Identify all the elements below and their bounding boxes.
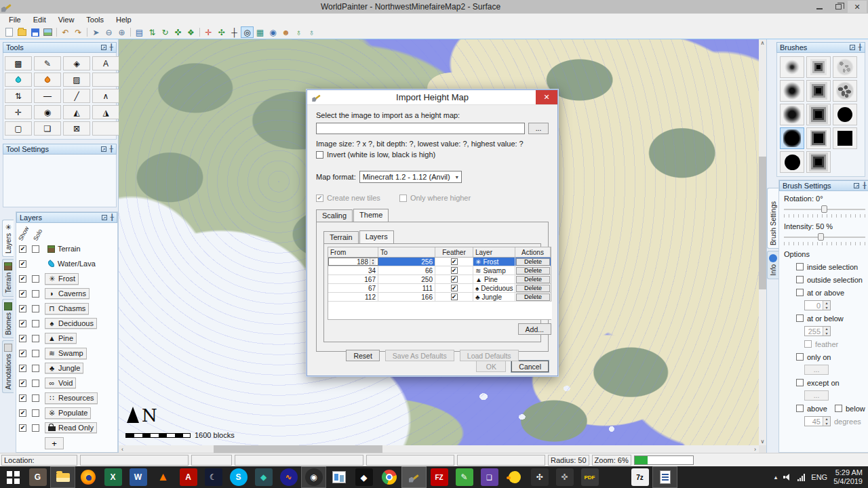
toolbar-spawn-icon[interactable]: ✛ xyxy=(202,26,215,38)
toolbar-undo-icon[interactable]: ↶ xyxy=(59,26,72,38)
at-or-above-checkbox[interactable] xyxy=(796,289,804,296)
volume-icon[interactable] xyxy=(783,473,791,481)
show-checkbox[interactable] xyxy=(19,275,26,283)
hscroll-thumb[interactable] xyxy=(214,445,382,453)
layer-button[interactable]: Terrain xyxy=(45,244,83,253)
toolbar-player-icon[interactable]: ☻ xyxy=(279,26,292,38)
pin-panel-icon[interactable]: ╂ xyxy=(110,146,113,152)
only-on-checkbox[interactable] xyxy=(796,353,804,361)
brush-soft-square-large[interactable] xyxy=(806,104,831,125)
taskbar-vlc[interactable]: ▲ xyxy=(151,466,176,488)
solo-checkbox[interactable] xyxy=(32,290,39,298)
height-map-file-input[interactable] xyxy=(316,123,525,134)
taskbar-gimp[interactable]: G xyxy=(25,466,50,488)
float-panel-icon[interactable]: ↗ xyxy=(850,45,855,50)
load-defaults-button[interactable]: Load Defaults xyxy=(460,350,519,361)
show-checkbox[interactable] xyxy=(19,380,26,387)
at-or-below-checkbox[interactable] xyxy=(796,314,804,322)
delete-button[interactable]: Delete xyxy=(516,258,550,266)
layer-button[interactable]: Water/Lava xyxy=(45,259,98,268)
taskbar-excel[interactable]: X xyxy=(100,466,125,488)
tool-water[interactable] xyxy=(5,73,32,87)
scroll-left-icon[interactable]: ‹ xyxy=(119,446,126,453)
brush-soft-circle-small[interactable] xyxy=(780,56,804,78)
layer-button[interactable]: ∞ Void xyxy=(45,378,76,388)
scroll-right-icon[interactable]: › xyxy=(751,446,759,453)
taskbar-word[interactable]: W xyxy=(125,466,151,488)
delete-button[interactable]: Delete xyxy=(516,285,550,292)
dialog-close-button[interactable]: ✕ xyxy=(536,90,557,104)
brush-solid-circle[interactable] xyxy=(833,104,857,125)
float-panel-icon[interactable]: ↗ xyxy=(102,215,107,220)
feather-checkbox[interactable] xyxy=(451,258,458,265)
rotation-slider[interactable] xyxy=(784,205,865,214)
sep[interactable] xyxy=(130,28,131,37)
brush-hard-square[interactable] xyxy=(806,127,831,149)
taskbar-start[interactable] xyxy=(0,466,25,488)
brush-noise-dark[interactable] xyxy=(833,80,857,102)
tool-mountain[interactable]: ∧ xyxy=(92,89,119,103)
to-cell[interactable]: 111 xyxy=(378,284,435,292)
feather-checkbox[interactable] xyxy=(804,340,812,348)
tool-pencil[interactable]: ✎ xyxy=(34,56,61,70)
at-or-above-spinner[interactable]: 0▴▾ xyxy=(804,300,831,310)
feather-cell[interactable] xyxy=(435,284,473,292)
tool-globe[interactable]: ◉ xyxy=(34,105,61,119)
show-checkbox[interactable] xyxy=(19,365,26,372)
show-checkbox[interactable] xyxy=(19,260,26,268)
menu-tools[interactable]: Tools xyxy=(80,14,110,25)
layer-cell[interactable]: ♣Jungle xyxy=(473,293,515,301)
taskbar-obs[interactable]: ◉ xyxy=(301,466,326,488)
toolbar-redo-icon[interactable]: ↷ xyxy=(72,26,85,38)
layer-cell[interactable]: ≋Swamp xyxy=(473,266,515,274)
show-checkbox[interactable] xyxy=(19,320,26,327)
to-cell[interactable]: 66 xyxy=(378,266,435,274)
taskbar-twitch[interactable]: ❑ xyxy=(477,466,502,488)
from-cell[interactable]: 188▴▾ xyxy=(328,258,378,266)
feather-checkbox[interactable] xyxy=(451,267,458,274)
tool-spray[interactable]: ▨ xyxy=(63,73,90,87)
toolbar-cursor-icon[interactable]: ➤ xyxy=(90,26,102,38)
tool-lava[interactable] xyxy=(34,73,61,87)
from-cell[interactable]: 34▴▾ xyxy=(328,266,378,274)
feather-cell[interactable] xyxy=(435,275,473,283)
scroll-up-icon[interactable]: ∧ xyxy=(761,39,765,47)
tab-layers[interactable]: Layers xyxy=(359,230,394,243)
language-indicator[interactable]: ENG xyxy=(811,473,827,481)
brush-hard-circle[interactable] xyxy=(780,127,804,149)
solo-checkbox[interactable] xyxy=(32,350,39,357)
close-button[interactable]: ✕ xyxy=(848,1,867,13)
toolbar-export-image-icon[interactable] xyxy=(41,26,54,38)
show-checkbox[interactable] xyxy=(19,335,26,342)
tool-lower-pyramid[interactable]: ◮ xyxy=(92,105,119,119)
taskbar-cyberduck[interactable] xyxy=(502,466,527,488)
degrees-spinner[interactable]: 45▴▾ xyxy=(804,416,831,426)
sep[interactable] xyxy=(56,28,57,37)
taskbar-unity[interactable]: ◆ xyxy=(351,466,376,488)
taskbar-skype[interactable]: S xyxy=(226,466,251,488)
delete-button[interactable]: Delete xyxy=(516,293,550,301)
inside-selection-checkbox[interactable] xyxy=(796,263,804,270)
delete-button[interactable]: Delete xyxy=(516,267,550,274)
layer-cell[interactable]: ✳Frost xyxy=(473,258,515,266)
float-panel-icon[interactable]: ↗ xyxy=(101,45,106,50)
tool-flood[interactable]: ◈ xyxy=(63,56,90,70)
tool-smooth[interactable]: ╱ xyxy=(63,89,90,103)
feather-cell[interactable] xyxy=(435,293,473,301)
tool-copy[interactable]: ❏ xyxy=(34,121,61,136)
cancel-button[interactable]: Cancel xyxy=(511,361,549,372)
taskbar-file-explorer[interactable] xyxy=(50,466,75,488)
brush-solid-square[interactable] xyxy=(833,127,857,149)
from-cell[interactable]: 167▴▾ xyxy=(328,275,378,283)
sep[interactable] xyxy=(87,28,87,37)
layer-button[interactable]: ✳ Frost xyxy=(45,273,79,285)
layer-button[interactable]: ≋ Swamp xyxy=(45,348,87,359)
solo-checkbox[interactable] xyxy=(32,394,39,402)
brush-soft-square-small[interactable] xyxy=(806,56,831,78)
solo-checkbox[interactable] xyxy=(32,335,39,342)
tool-paste[interactable]: ⊠ xyxy=(63,121,90,136)
pin-panel-icon[interactable]: ╂ xyxy=(859,44,862,51)
toolbar-open-world-icon[interactable] xyxy=(16,26,28,38)
layer-button[interactable]: Read Only xyxy=(45,422,97,433)
tool-select[interactable]: ▢ xyxy=(5,121,32,136)
